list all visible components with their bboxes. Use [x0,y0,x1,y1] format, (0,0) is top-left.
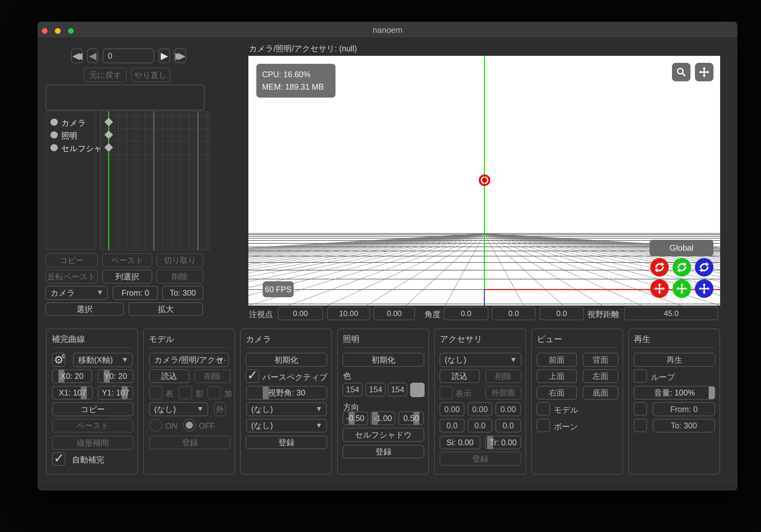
pan-tool-button[interactable] [695,63,713,81]
model-delete-button[interactable]: 削除 [195,369,230,383]
light-color-g-field[interactable]: 154 [366,383,385,397]
rotate-y-gizmo-button[interactable] [673,258,691,277]
light-color-r-field[interactable]: 154 [342,383,363,397]
copy-button[interactable]: コピー [45,253,98,267]
interp-y1-slider[interactable]: Y1: 107 [98,386,134,399]
light-color-swatch[interactable] [410,383,425,397]
next-frame-button[interactable] [159,48,170,63]
view-right-button[interactable]: 右面 [537,386,577,399]
rotate-x-gizmo-button[interactable] [650,258,669,277]
track-visibility-icon[interactable] [50,132,58,138]
accessory-transparency-slider[interactable]: Tr: 0.00 [485,436,521,450]
play-to-button[interactable]: To: 300 [653,419,715,433]
distance-field[interactable]: 45.0 [624,307,718,320]
view-front-button[interactable]: 前面 [537,353,577,367]
titlebar[interactable]: nanoem [38,22,737,38]
undo-button[interactable]: 元に戻す [84,68,127,82]
interp-preset-dropdown[interactable]: 移動(X軸) [73,353,133,367]
angle-z-field[interactable]: 0.0 [540,307,584,320]
viewport-canvas[interactable]: CPU: 16.60% MEM: 189.31 MB 60 FPS Global [248,56,720,305]
accessory-selector-dropdown[interactable]: (なし) [439,353,521,367]
physics-on-radio[interactable] [149,419,162,432]
model-load-button[interactable]: 読込 [149,369,189,383]
select-button[interactable]: 選択 [45,302,124,316]
view-bottom-button[interactable]: 底面 [583,386,618,399]
coordinate-space-button[interactable]: Global [650,240,713,256]
lookat-z-field[interactable]: 0.00 [374,307,415,320]
timeline-grid[interactable] [100,111,210,250]
interp-settings-button[interactable] [52,353,65,367]
self-shadow-button[interactable]: セルフシャドウ [342,428,424,442]
model-parent-dropdown[interactable]: (なし) [149,402,208,416]
accessory-tx-field[interactable]: 0.00 [439,402,464,416]
accessory-rz-field[interactable]: 0.0 [496,419,521,433]
track-list[interactable]: カメラ 照明 セルフシャド [46,111,96,250]
auto-complete-checkbox[interactable] [52,452,65,466]
camera-init-button[interactable]: 初期化 [246,353,327,367]
view-model-checkbox[interactable] [537,402,550,416]
play-button[interactable]: 再生 [634,353,715,367]
model-register-button[interactable]: 登録 [149,436,230,450]
slider-grab[interactable] [709,386,715,399]
track-row-light[interactable]: 照明 [46,129,96,141]
translate-x-gizmo-button[interactable] [650,279,669,298]
paste-button[interactable]: ペースト [102,253,152,267]
fast-forward-button[interactable] [174,48,186,63]
model-ext-button[interactable]: 外 [214,402,226,416]
play-to-checkbox[interactable] [634,419,647,432]
track-row-selfshadow[interactable]: セルフシャド [46,141,96,154]
camera-follow-bone-dropdown[interactable]: (なし) [246,419,327,433]
track-visibility-icon[interactable] [50,119,58,126]
view-bone-checkbox[interactable] [537,419,550,432]
volume-slider[interactable]: 音量: 100% [634,386,715,399]
expand-button[interactable]: 拡大 [129,302,203,316]
redo-button[interactable]: やり直し [131,68,170,82]
accessory-ty-field[interactable]: 0.00 [468,402,492,416]
rotate-z-gizmo-button[interactable] [695,258,713,277]
translate-z-gizmo-button[interactable] [695,279,713,298]
translate-y-gizmo-button[interactable] [673,279,691,298]
view-top-button[interactable]: 上面 [537,369,577,383]
lookat-y-field[interactable]: 10.00 [327,307,370,320]
keyframe-selfshadow[interactable] [104,143,113,152]
accessory-tz-field[interactable]: 0.00 [496,402,521,416]
interp-paste-button[interactable]: ペースト [52,419,134,433]
timeline-target-dropdown[interactable]: カメラ [45,286,108,300]
accessory-scale-slider[interactable]: Si: 0.00 [439,436,480,450]
cut-button[interactable]: 切り取り [156,253,203,267]
camera-follow-model-dropdown[interactable]: (なし) [246,402,327,416]
accessory-rx-field[interactable]: 0.0 [439,419,464,433]
play-from-checkbox[interactable] [634,402,647,416]
column-select-button[interactable]: 列選択 [102,270,152,284]
camera-register-button[interactable]: 登録 [246,436,327,449]
interp-x0-slider[interactable]: X0: 20 [52,369,92,383]
interp-x1-slider[interactable]: X1: 107 [52,386,93,399]
rewind-button[interactable] [71,48,83,63]
keyframe-camera[interactable] [104,118,113,126]
range-to-button[interactable]: To: 300 [162,286,203,300]
light-init-button[interactable]: 初期化 [342,353,424,367]
model-shadow-checkbox[interactable] [179,386,192,399]
keyframe-light[interactable] [104,131,113,139]
frame-index-input[interactable]: 0 [103,48,154,63]
light-dir-y-slider[interactable]: -1.00 [371,411,395,425]
interp-y0-slider[interactable]: Y0: 20 [98,369,134,383]
angle-y-field[interactable]: 0.0 [492,307,536,320]
outside-parent-button[interactable]: 外部親 [486,386,521,399]
physics-off-radio[interactable] [183,419,196,432]
track-visibility-icon[interactable] [50,144,58,151]
model-add-checkbox[interactable] [207,386,221,399]
accessory-visible-checkbox[interactable] [439,386,453,399]
angle-x-field[interactable]: 0.0 [444,307,489,320]
light-color-b-field[interactable]: 154 [388,383,407,397]
light-dir-z-slider[interactable]: 0.50 [398,411,424,425]
fov-slider[interactable]: 視野角: 30 [246,386,327,399]
perspective-checkbox[interactable] [246,369,259,383]
play-from-button[interactable]: From: 0 [653,402,715,416]
model-front-checkbox[interactable] [149,386,162,399]
model-selector-dropdown[interactable]: カメラ/照明/アクセ· [149,353,229,367]
light-dir-x-slider[interactable]: -0.50 [342,411,368,425]
flip-paste-button[interactable]: 反転ペースト [45,270,98,284]
loop-checkbox[interactable] [634,369,647,383]
accessory-delete-button[interactable]: 削除 [486,369,521,383]
